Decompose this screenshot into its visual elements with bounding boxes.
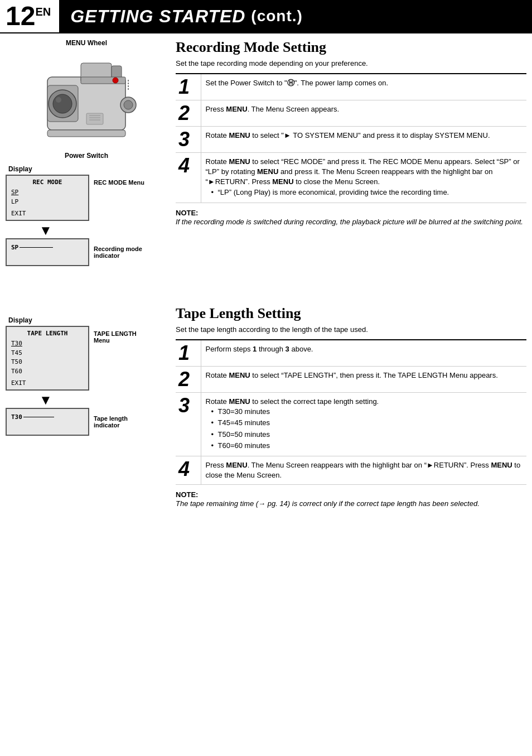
step-row-3: 3 Rotate MENU to select "► TO SYSTEM MEN… [176,127,526,153]
tape-length-menu-box: TAPE LENGTH T30 T45 T50 T60 EXIT [6,326,89,391]
tape-length-steps: 1 Perform steps 1 through 3 above. 2 Rot… [176,339,526,485]
rec-mode-menu-row: REC MODE SP LP EXIT REC MODE Menu [6,175,167,221]
svg-rect-15 [47,130,125,137]
tape-bullet-t45: T45=45 minutes [211,418,523,428]
tape-step-text-2: Rotate MENU to select “TAPE LENGTH”, the… [201,366,526,392]
tape-step-num-4: 4 [176,456,201,484]
rec-mode-result-row: SP Recording modeindicator [6,238,167,266]
tape-length-menu-label: TAPE LENGTH Menu [94,326,137,344]
tape-result-box: T30 [6,408,89,436]
recording-mode-note-text: If the recording mode is switched during… [176,217,526,227]
rec-mode-menu-box: REC MODE SP LP EXIT [6,175,89,221]
svg-rect-11 [86,113,103,124]
section-spacer [176,227,526,294]
tape-step-row-2: 2 Rotate MENU to select “TAPE LENGTH”, t… [176,366,526,392]
tape-item-t45: T45 [11,349,84,358]
tape-step-row-1: 1 Perform steps 1 through 3 above. [176,340,526,367]
step-text-4: Rotate MENU to select “REC MODE” and pre… [201,153,526,203]
tape-length-display-section: Display TAPE LENGTH T30 T45 T50 T60 EXIT… [6,316,167,436]
tape-length-box-items: T30 T45 T50 T60 [11,339,84,376]
tape-item-t60: T60 [11,367,84,377]
tape-bullet-t60: T60=60 minutes [211,441,523,451]
tape-length-note-title: NOTE: [176,490,526,499]
tape-step-text-3: Rotate MENU to select the correct tape l… [201,392,526,456]
recording-mode-indicator-label: Recording modeindicator [94,245,142,259]
step-num-3: 3 [176,127,201,153]
step-row-4: 4 Rotate MENU to select “REC MODE” and p… [176,153,526,203]
recording-mode-steps: 1 Set the Power Switch to "Ⓗ". The power… [176,73,526,203]
rec-mode-menu-label: REC MODE Menu [94,175,144,186]
svg-point-3 [53,94,72,113]
recording-mode-note: NOTE: If the recording mode is switched … [176,209,526,227]
rec-mode-box-title: REC MODE [11,179,84,186]
camera-diagram-area: MENU Wheel [6,39,167,160]
page-number: 12EN [0,0,59,32]
camera-svg [31,49,142,150]
tape-length-section: Tape Length Setting Set the tape length … [176,305,526,509]
tape-length-subtitle: Set the tape length according to the len… [176,325,526,334]
tape-step-text-4: Press MENU. The Menu Screen reappears wi… [201,456,526,484]
rec-mode-result-box: SP [6,238,89,266]
step-num-2: 2 [176,100,201,127]
tape-length-note: NOTE: The tape remaining time (→ pg. 14)… [176,490,526,509]
step-text-2: Press MENU. The Menu Screen appears. [201,100,526,127]
tape-length-box-title: TAPE LENGTH [11,330,84,337]
tape-length-menu-row: TAPE LENGTH T30 T45 T50 T60 EXIT TAPE LE… [6,326,167,391]
svg-point-10 [124,100,133,109]
tape-step-num-3: 3 [176,392,201,456]
arrow-down-rec: ▼ [6,224,167,237]
tape-result-row: T30 Tape lengthindicator [6,408,167,436]
tape-t30-line: T30 [11,413,84,421]
rec-mode-display-label: Display [6,165,167,173]
tape-step-num-2: 2 [176,366,201,392]
right-column: Recording Mode Setting Set the tape reco… [176,39,526,509]
left-column: MENU Wheel [6,39,167,509]
step-num-1: 1 [176,74,201,100]
tape-length-title: Tape Length Setting [176,305,526,322]
rec-mode-box-exit: EXIT [11,210,84,217]
rec-mode-item-lp: LP [11,198,84,207]
step-num-4: 4 [176,153,201,203]
camera-svg-wrap [6,49,167,150]
power-switch-label: Power Switch [6,152,167,160]
tape-bullet-t50: T50=50 minutes [211,430,523,440]
arrow-down-tape: ▼ [6,393,167,407]
rec-mode-box-items: SP LP [11,188,84,206]
step-text-1: Set the Power Switch to "Ⓗ". The power l… [201,74,526,100]
tape-item-t30: T30 [11,339,84,349]
tape-step-row-4: 4 Press MENU. The Menu Screen reappears … [176,456,526,484]
sp-indicator: SP [11,244,18,251]
step-row-1: 1 Set the Power Switch to "Ⓗ". The power… [176,74,526,100]
tape-step-text-1: Perform steps 1 through 3 above. [201,340,526,367]
header-title: GETTING STARTED (cont.) [59,0,532,32]
tape-length-note-text: The tape remaining time (→ pg. 14) is co… [176,499,526,509]
t30-indicator: T30 [11,413,22,421]
recording-mode-section: Recording Mode Setting Set the tape reco… [176,39,526,227]
tape-display-label: Display [6,316,167,324]
tape-step-num-1: 1 [176,340,201,367]
recording-mode-note-title: NOTE: [176,209,526,217]
step-row-2: 2 Press MENU. The Menu Screen appears. [176,100,526,127]
tape-item-t50: T50 [11,358,84,367]
svg-point-8 [113,78,118,83]
rec-mode-sp-line: SP [11,244,84,251]
menu-wheel-label: MENU Wheel [6,39,167,47]
svg-point-4 [56,97,61,103]
tape-length-indicator-label: Tape lengthindicator [94,415,128,428]
step-text-3: Rotate MENU to select "► TO SYSTEM MENU"… [201,127,526,153]
recording-mode-subtitle: Set the tape recording mode depending on… [176,59,526,68]
page-header: 12EN GETTING STARTED (cont.) [0,0,532,33]
rec-mode-item-sp: SP [11,188,84,198]
rec-mode-bullet-lp: “LP” (Long Play) is more economical, pro… [211,187,523,198]
spacer-tape [6,266,167,311]
tape-bullet-t30: T30=30 minutes [211,407,523,417]
svg-rect-7 [81,77,125,84]
tape-step-row-3: 3 Rotate MENU to select the correct tape… [176,392,526,456]
svg-rect-6 [112,66,122,78]
main-content: MENU Wheel [0,39,532,509]
rec-mode-display-section: Display REC MODE SP LP EXIT REC MODE Men… [6,165,167,266]
recording-mode-title: Recording Mode Setting [176,39,526,56]
tape-length-box-exit: EXIT [11,379,84,387]
